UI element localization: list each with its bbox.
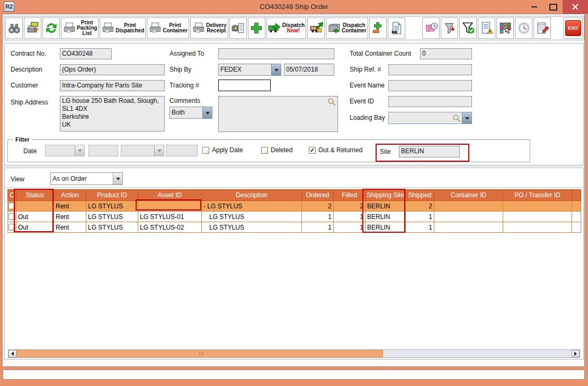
refresh-button[interactable]: [42, 17, 60, 39]
cell-asset-id[interactable]: LG STYLUS-01: [138, 212, 202, 222]
dispatch-now-button[interactable]: DispatchNow!: [266, 17, 306, 39]
minimize-button[interactable]: [524, 0, 544, 14]
scroll-left-button[interactable]: [8, 350, 16, 357]
cell-product-id[interactable]: LG STYLUS: [86, 222, 138, 233]
alerts-button[interactable]: [478, 17, 495, 39]
chevron-down-icon[interactable]: [271, 64, 281, 75]
out-returned-checkbox[interactable]: [309, 147, 316, 154]
cell-description[interactable]: LG STYLUS: [202, 222, 302, 233]
time-button[interactable]: [515, 17, 532, 39]
date-from-field[interactable]: [88, 145, 118, 156]
chevron-down-icon[interactable]: [462, 112, 471, 124]
horizontal-scrollbar[interactable]: [8, 349, 580, 358]
cell-ordered[interactable]: 1: [302, 212, 334, 222]
camera-report-button[interactable]: [229, 17, 247, 39]
event-name-field[interactable]: [388, 80, 472, 91]
edit-notes-button[interactable]: [533, 17, 551, 39]
ship-ref-field[interactable]: [388, 64, 472, 75]
add-remove-button[interactable]: [369, 17, 387, 39]
table-row[interactable]: Out Rent LG STYLUS LG STYLUS-02 LG STYLU…: [8, 222, 581, 233]
table-row[interactable]: Rent LG STYLUS - LG STYLUS 2 2 BERLIN 2: [8, 201, 581, 212]
dispatch-container-button[interactable]: Dispatch Container: [326, 17, 368, 39]
apply-date-checkbox[interactable]: [202, 147, 209, 154]
cell-container-id[interactable]: [434, 201, 503, 212]
chevron-down-icon[interactable]: [154, 145, 164, 156]
cell-shipping-site[interactable]: BERLIN: [366, 222, 406, 233]
event-id-field[interactable]: [388, 96, 472, 107]
color-grid-button[interactable]: [496, 17, 514, 39]
comments-mode-dropdown[interactable]: Both: [170, 107, 212, 119]
ship-address-field[interactable]: LG house 250 Bath Road, Slough, SL1 4DX …: [60, 96, 165, 131]
print-container-button[interactable]: Print Container: [147, 17, 189, 39]
chevron-down-icon[interactable]: [75, 145, 84, 156]
cell-product-id[interactable]: LG STYLUS: [86, 201, 138, 212]
find-button[interactable]: [5, 17, 23, 39]
filter-apply-button[interactable]: [441, 17, 458, 39]
cell-po-transfer-id[interactable]: [503, 222, 572, 233]
tracking-field[interactable]: [218, 80, 271, 91]
cell-po-transfer-id[interactable]: [503, 212, 572, 222]
scroll-right-button[interactable]: [572, 350, 580, 357]
description-field[interactable]: (Ops Order): [60, 64, 165, 75]
cell-status[interactable]: Out: [16, 212, 54, 222]
date-to-type-dropdown[interactable]: [121, 145, 164, 156]
row-checkbox[interactable]: [8, 224, 15, 231]
cell-ordered[interactable]: 2: [302, 201, 334, 212]
cell-po-transfer-id[interactable]: [503, 201, 572, 212]
col-header-check[interactable]: C: [8, 190, 16, 201]
transfer-truck-button[interactable]: [307, 17, 325, 39]
comments-box[interactable]: [218, 96, 338, 132]
cell-action[interactable]: Rent: [54, 212, 86, 222]
cell-asset-id[interactable]: [138, 201, 202, 212]
col-header-status[interactable]: Status: [16, 190, 54, 201]
col-header-po-transfer-id[interactable]: PO / Transfer ID: [503, 190, 572, 201]
customer-field[interactable]: Intra-Company for Paris Site: [60, 80, 165, 91]
search-icon[interactable]: [327, 98, 336, 106]
row-checkbox[interactable]: [8, 213, 15, 220]
ship-by-dropdown[interactable]: FEDEX: [218, 64, 281, 76]
filter-ok-button[interactable]: [459, 17, 477, 39]
assigned-to-field[interactable]: [218, 48, 334, 59]
cell-shipping-site[interactable]: BERLIN: [366, 212, 406, 222]
search-icon[interactable]: [452, 114, 461, 122]
chevron-down-icon[interactable]: [113, 173, 122, 185]
close-button[interactable]: [563, 0, 588, 14]
cell-action[interactable]: Rent: [54, 201, 86, 212]
scrollbar-thumb[interactable]: [16, 350, 383, 357]
col-header-shipped[interactable]: Shipped: [406, 190, 434, 201]
cell-description[interactable]: - LG STYLUS: [202, 201, 302, 212]
cell-filled[interactable]: 2: [334, 201, 366, 212]
cell-container-id[interactable]: [434, 222, 503, 233]
col-header-container-id[interactable]: Container ID: [434, 190, 503, 201]
cell-asset-id[interactable]: LG STYLUS-02: [138, 222, 202, 233]
cell-filled[interactable]: 1: [334, 212, 366, 222]
loading-bay-field[interactable]: [388, 112, 472, 124]
cell-shipped[interactable]: 2: [406, 201, 434, 212]
print-dispatched-button[interactable]: Print Dispatched: [100, 17, 146, 39]
col-header-shipping-site[interactable]: Shipping Site: [366, 190, 406, 201]
cell-filled[interactable]: 1: [334, 222, 366, 233]
date-to-field[interactable]: [166, 145, 198, 156]
exit-button[interactable]: EXIT: [564, 17, 583, 39]
date-from-type-dropdown[interactable]: [45, 145, 85, 156]
col-header-description[interactable]: Description: [202, 190, 302, 201]
deleted-checkbox[interactable]: [261, 147, 268, 154]
view-document-button[interactable]: [388, 17, 405, 39]
pics-print-button[interactable]: [24, 17, 41, 39]
scrollbar-track[interactable]: [16, 350, 572, 357]
total-container-count-field[interactable]: 0: [420, 48, 472, 59]
col-header-asset-id[interactable]: Asset ID: [138, 190, 202, 201]
cell-container-id[interactable]: [434, 212, 503, 222]
cell-shipping-site[interactable]: BERLIN: [366, 201, 406, 212]
cell-shipped[interactable]: 1: [406, 222, 434, 233]
print-packing-list-button[interactable]: Print Packing List: [61, 17, 99, 39]
col-header-ordered[interactable]: Ordered: [302, 190, 334, 201]
add-button[interactable]: [248, 17, 265, 39]
table-row[interactable]: Out Rent LG STYLUS LG STYLUS-01 LG STYLU…: [8, 212, 581, 222]
cell-product-id[interactable]: LG STYLUS: [86, 212, 138, 222]
cell-status[interactable]: Out: [16, 222, 54, 233]
ship-date-field[interactable]: 05/07/2018: [284, 64, 334, 76]
row-checkbox[interactable]: [8, 203, 15, 209]
cell-action[interactable]: Rent: [54, 222, 86, 233]
cell-status[interactable]: [16, 201, 54, 212]
